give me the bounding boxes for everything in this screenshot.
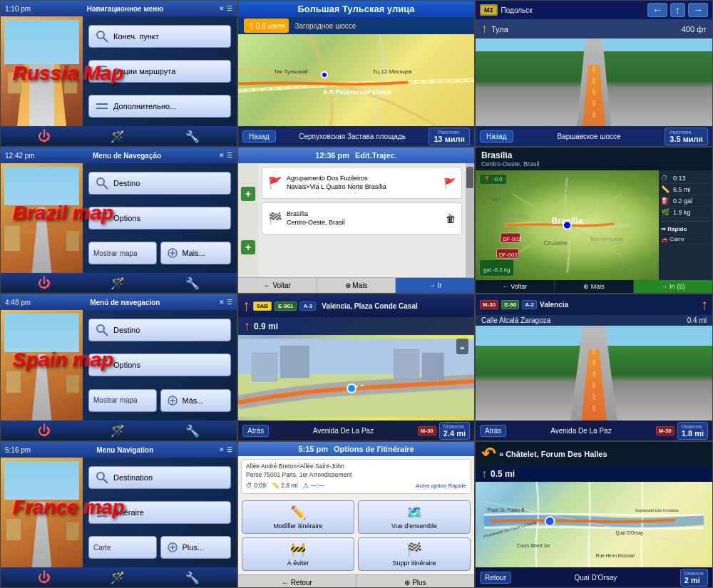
brazil-map-btn[interactable]: Mostrar mapa [88, 242, 157, 264]
france-menu-title: Menu Navigation [96, 446, 153, 454]
france-plus-btn[interactable]: Plus... [160, 536, 232, 559]
brazil-bottom-row: Mostrar mapa Mais... [88, 242, 231, 264]
france-plus-footer-btn[interactable]: ⊕ Plus [356, 575, 474, 588]
svg-point-34 [347, 384, 356, 393]
spain-3d-atras[interactable]: Atrás [480, 425, 506, 437]
route-scrollbar[interactable] [466, 163, 474, 277]
france-eviter-label: À éviter [287, 559, 309, 567]
brazil-ir-btn[interactable]: → Ir [396, 278, 474, 293]
svg-text:DF-002: DF-002 [503, 236, 521, 242]
brazil-tools-icon[interactable]: 🔧 [185, 277, 200, 290]
route-add-btn2[interactable]: + [241, 240, 255, 254]
spain-3d-e90: E-90 [501, 300, 519, 309]
brazil-route-item-1: 🚩 Agrupamento Dos FuzileirosNavais×Via L… [262, 167, 462, 199]
spain-3d-street-bar: Calle Alcalá Zaragoza 0.4 mi [476, 315, 712, 326]
dist-icon: 📏 [661, 185, 671, 193]
spain-options-btn[interactable]: Options [88, 354, 231, 376]
russia-options-btn[interactable]: Опции маршрута [88, 60, 231, 83]
svg-text:DF-003: DF-003 [499, 252, 518, 258]
brazil-ir-stats-btn[interactable]: → Ir! (5) [634, 280, 712, 293]
brazil-mais-btn[interactable]: ⊕ Mais [317, 278, 396, 293]
brazil-options-btn[interactable]: Options [88, 207, 231, 229]
france-vue-btn[interactable]: 🗺️ Vue d'ensemble [358, 500, 471, 534]
spain-dist-arrow: ↑ [244, 319, 250, 334]
spain-options-icon [95, 358, 109, 372]
spain-3d-city: Valencia [540, 301, 568, 309]
arrow-right[interactable]: → [688, 3, 708, 17]
svg-text:Esplanade Des Invalides: Esplanade Des Invalides [635, 508, 679, 512]
svg-rect-33 [422, 353, 443, 380]
brazil-power-icon[interactable]: ⏻ [38, 276, 51, 291]
spain-map-cell: ↑ 9AB E-901 A-3 Valencia, Plaza Conde Ca… [237, 294, 475, 441]
brazil-stats-cell: Brasília Centro-Oeste, Brasil Brasília [475, 147, 713, 294]
svg-text:Estrada Epig.: Estrada Epig. [497, 212, 530, 219]
russia-dist-label: Расстоян. [434, 130, 465, 135]
spain-dest-btn[interactable]: Destino [88, 319, 231, 341]
spain-mas-btn[interactable]: Más... [160, 389, 232, 412]
france-modifier-btn[interactable]: ✏️ Modifier itinéraire [242, 500, 354, 534]
france-suppr-label: Suppr itinéraire [392, 559, 436, 567]
russia-3d-back[interactable]: Назад [480, 130, 513, 143]
tools-icon[interactable]: 🔧 [185, 130, 200, 143]
brazil-mais-stats-btn[interactable]: ⊕ Mais [555, 280, 634, 293]
arrow-up[interactable]: ↑ [670, 3, 685, 17]
france-itineraire-icon [95, 505, 109, 520]
france-flask-icon[interactable]: 🪄 [111, 571, 125, 584]
svg-rect-31 [281, 346, 309, 378]
france-sky [4, 461, 79, 500]
france-power-icon[interactable]: ⏻ [38, 570, 51, 585]
stat-vehicle-label: 🚗 Carro [661, 236, 684, 242]
brazil-voltar-btn[interactable]: ← Voltar [238, 278, 317, 293]
preview-building2 [64, 76, 77, 93]
power-icon[interactable]: ⏻ [38, 129, 51, 144]
time-icon: ⏱ [661, 174, 671, 182]
france-options-grid: ✏️ Modifier itinéraire 🗺️ Vue d'ensemble… [238, 497, 474, 574]
spain-power-icon[interactable]: ⏻ [38, 423, 51, 438]
brazil-dest-label: Destino [113, 179, 140, 187]
brazil-building2 [66, 231, 79, 251]
russia-more-btn[interactable]: Дополнительно... [88, 95, 231, 118]
svg-line-37 [103, 479, 108, 483]
spain-dist-box: Distancia 2.4 mi [439, 422, 470, 440]
spain-atras-btn[interactable]: Atrás [242, 425, 269, 437]
brazil-voltar-stats-btn[interactable]: ← Voltar [476, 280, 555, 293]
brazil-options-label: Options [113, 214, 140, 222]
france-retour-btn[interactable]: ← Retour [238, 575, 356, 588]
france-dest-btn[interactable]: Destination [88, 466, 231, 489]
russia-subheader: ↑ 0.6 миля Загородное шоссе [238, 17, 474, 34]
france-building1 [6, 519, 21, 540]
brazil-flask-icon[interactable]: 🪄 [111, 277, 125, 290]
brazil-dest-btn[interactable]: Destino [88, 172, 231, 195]
france-retour-map-btn[interactable]: Retour [480, 572, 511, 584]
spain-map-container: ↑ 9AB E-901 A-3 Valencia, Plaza Conde Ca… [238, 294, 474, 440]
stat-co2-val: 1.9 kg [673, 209, 691, 216]
brazil-mais-btn[interactable]: Mais... [160, 242, 232, 264]
route-add-btn1[interactable]: + [241, 187, 255, 201]
brazil-nav-buttons: Destino Options Mostrar mapa Mais... [83, 163, 237, 273]
russia-dest-btn[interactable]: Конеч. пункт [88, 25, 231, 48]
france-chatelet-map: Place Du Palais-B... Promenade Du Cours … [476, 482, 712, 567]
france-tools-icon[interactable]: 🔧 [185, 571, 200, 584]
france-itineraire-btn[interactable]: Itinéraire [88, 501, 231, 524]
flask-icon[interactable]: 🪄 [111, 130, 125, 143]
spain-flask-icon[interactable]: 🪄 [111, 424, 125, 438]
france-carte-btn[interactable]: Carte [88, 536, 157, 559]
russia-sub-street: Загородное шоссе [294, 22, 356, 30]
france-eviter-btn[interactable]: 🚧 À éviter [242, 537, 354, 571]
spain-tools-icon[interactable]: 🔧 [185, 424, 200, 438]
russia-sign-header: M2 Подольск ← ↑ → [476, 1, 712, 19]
stat-fuel: ⛽ 0.2 gal [661, 195, 710, 207]
france-dest-label: Destination [113, 473, 153, 482]
brazil-route-action1[interactable]: 🚩 [443, 177, 456, 189]
spain-map-btn[interactable]: Mostrar mapa [88, 389, 157, 412]
france-stat-road: ⚠ —:— [303, 482, 324, 490]
france-suppr-btn[interactable]: 🏁 Suppr itinéraire [358, 537, 471, 571]
russia-back-btn[interactable]: Назад [242, 130, 276, 143]
spain-3d-svg [238, 335, 474, 421]
brazil-route-action2[interactable]: 🗑 [446, 213, 456, 225]
svg-point-7 [97, 178, 104, 185]
main-grid: 1:10 pm Навигационное меню ✕ ☰ Конеч. пу… [0, 0, 713, 588]
russia-more-label: Дополнительно... [113, 102, 176, 110]
france-carte-label: Carte [93, 544, 111, 552]
arrow-left[interactable]: ← [647, 3, 667, 17]
